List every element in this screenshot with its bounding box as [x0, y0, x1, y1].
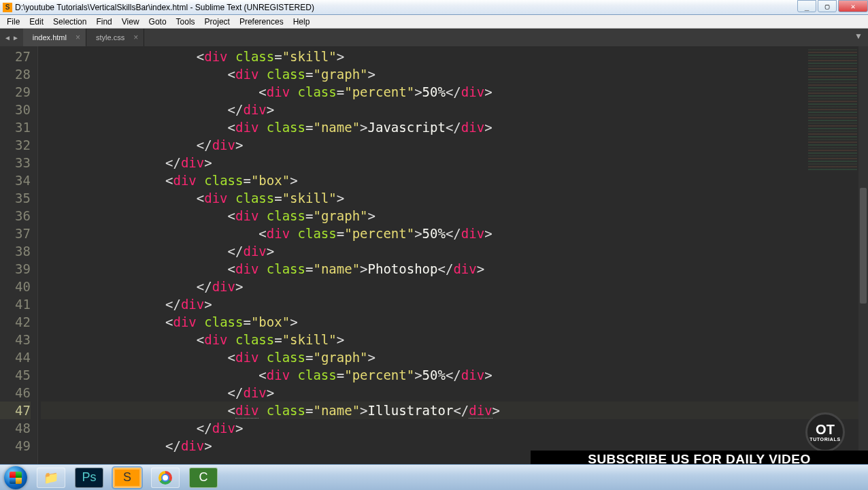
window-maximize-button[interactable]: ▢	[818, 0, 837, 12]
window-minimize-button[interactable]: _	[797, 0, 816, 12]
taskbar-chrome-icon[interactable]	[151, 468, 180, 488]
taskbar-sublime-icon[interactable]: S	[113, 468, 141, 488]
menu-find[interactable]: Find	[92, 16, 116, 27]
tab-index-html[interactable]: index.html ×	[23, 29, 86, 46]
menu-edit[interactable]: Edit	[25, 16, 48, 27]
tab-overflow-chevron-icon[interactable]: ▼	[854, 31, 863, 41]
editor[interactable]: 2728293031323334353637383940414243444546…	[0, 46, 868, 467]
menubar: File Edit Selection Find View Goto Tools…	[0, 15, 868, 29]
tabstrip: ◄► index.html × style.css × ▼	[0, 29, 868, 46]
tab-label: index.html	[33, 33, 67, 42]
menu-file[interactable]: File	[3, 16, 24, 27]
tab-close-icon[interactable]: ×	[76, 33, 80, 42]
menu-help[interactable]: Help	[289, 16, 314, 27]
start-button[interactable]	[4, 466, 27, 489]
code-area[interactable]: <div class="skill"> <div class="graph"> …	[38, 46, 868, 467]
tab-style-css[interactable]: style.css ×	[86, 29, 144, 46]
minimap[interactable]	[808, 49, 857, 172]
logo-text: OT	[816, 423, 835, 436]
tab-close-icon[interactable]: ×	[133, 33, 138, 42]
line-number-gutter: 2728293031323334353637383940414243444546…	[0, 46, 38, 467]
menu-project[interactable]: Project	[201, 16, 234, 27]
scrollbar-thumb[interactable]	[860, 188, 867, 304]
window-titlebar: S D:\youtube Tutorials\VerticalSkillsBar…	[0, 0, 868, 15]
menu-preferences[interactable]: Preferences	[235, 16, 288, 27]
window-close-button[interactable]: ✕	[838, 0, 868, 12]
menu-tools[interactable]: Tools	[172, 16, 199, 27]
tab-nav-arrows[interactable]: ◄►	[0, 29, 23, 46]
taskbar: 📁 Ps S C	[0, 464, 868, 490]
menu-view[interactable]: View	[118, 16, 144, 27]
taskbar-explorer-icon[interactable]: 📁	[37, 468, 65, 488]
vertical-scrollbar[interactable]	[858, 46, 868, 467]
taskbar-photoshop-icon[interactable]: Ps	[75, 468, 103, 488]
taskbar-camtasia-icon[interactable]: C	[189, 468, 218, 488]
logo-sub: TUTORIALS	[809, 437, 840, 442]
window-title: D:\youtube Tutorials\VerticalSkillsBar\i…	[15, 3, 314, 12]
app-icon: S	[3, 3, 12, 12]
tab-label: style.css	[96, 33, 124, 42]
menu-goto[interactable]: Goto	[145, 16, 171, 27]
channel-logo: OT TUTORIALS	[805, 412, 845, 452]
menu-selection[interactable]: Selection	[49, 16, 90, 27]
